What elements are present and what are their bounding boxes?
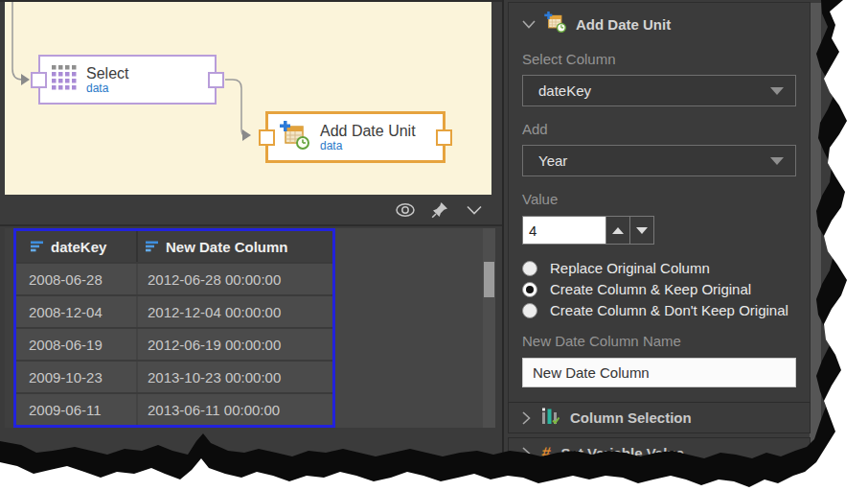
output-port (208, 72, 224, 88)
spin-down-button[interactable] (629, 217, 653, 244)
node-subtitle: data (320, 140, 416, 152)
column-mode-radio-group: Replace Original Column Create Column & … (522, 260, 796, 318)
value-spinner (522, 216, 654, 245)
cell-datekey: 2008-06-28 (16, 264, 138, 294)
cell-datekey: 2009-06-11 (16, 394, 138, 425)
dropdown-caret-icon (770, 87, 784, 95)
pin-icon[interactable] (429, 200, 450, 220)
panel-title: Add Date Unit (576, 16, 671, 33)
preview-toolbar (0, 195, 502, 226)
value-input[interactable] (523, 217, 605, 244)
selected-columns-grid: dateKey New Date Column 2008-06-28 2012-… (13, 228, 335, 428)
radio-selected-icon (522, 282, 537, 297)
chevron-down-icon[interactable] (464, 200, 485, 220)
flow-canvas[interactable]: Select data (5, 2, 491, 195)
add-date-unit-properties: Add Date Unit Select Column dateKey Add … (508, 2, 811, 404)
new-date-column-name-input[interactable] (522, 358, 796, 387)
table-scrollbar[interactable] (483, 228, 495, 428)
radio-icon (522, 303, 537, 318)
chevron-right-icon (522, 447, 531, 460)
cell-datekey: 2009-10-23 (16, 362, 138, 392)
value-label: Value (522, 191, 796, 207)
scrollbar-thumb[interactable] (484, 262, 494, 297)
input-port (259, 129, 275, 146)
app-window: Select data (0, 0, 868, 491)
set-variable-value-icon: # (540, 445, 551, 461)
panel-section-header[interactable]: Add Date Unit (522, 12, 796, 36)
table-row[interactable]: 2008-06-28 2012-06-28 00:00:00 (16, 264, 332, 294)
radio-replace-original[interactable]: Replace Original Column (522, 260, 796, 276)
up-arrow-icon (612, 227, 624, 234)
column-selection-icon (541, 408, 560, 429)
chevron-right-icon (522, 411, 531, 425)
add-unit-dropdown[interactable]: Year (522, 145, 796, 176)
radio-create-dont-keep[interactable]: Create Column & Don't Keep Original (522, 302, 796, 318)
table-header-row: dateKey New Date Column (16, 231, 332, 262)
sort-bars-icon (146, 241, 159, 252)
radio-icon (522, 261, 537, 276)
sort-bars-icon (31, 241, 44, 252)
cell-new-date: 2013-10-23 00:00:00 (138, 362, 332, 392)
screenshot: Select data (0, 0, 868, 491)
select-column-dropdown[interactable]: dateKey (522, 75, 796, 106)
properties-panel: Add Date Unit Select Column dateKey Add … (504, 0, 824, 455)
new-date-column-name-label: New Date Column Name (522, 333, 796, 349)
table-empty-area (331, 228, 483, 428)
add-date-unit-icon (544, 12, 567, 36)
node-select[interactable]: Select data (38, 55, 217, 105)
table-row[interactable]: 2008-12-04 2012-12-04 00:00:00 (16, 296, 332, 327)
add-date-unit-icon (280, 121, 310, 153)
node-title: Select (86, 65, 128, 82)
input-port (31, 72, 47, 88)
table-row[interactable]: 2009-10-23 2013-10-23 00:00:00 (16, 362, 332, 392)
column-header-datekey[interactable]: dateKey (16, 231, 138, 262)
row-gutter (5, 228, 13, 428)
cell-new-date: 2012-06-28 00:00:00 (138, 264, 332, 294)
table-row[interactable]: 2009-06-11 2013-06-11 00:00:00 (16, 394, 332, 425)
add-label: Add (522, 121, 796, 137)
chevron-down-icon (522, 20, 536, 29)
radio-create-keep[interactable]: Create Column & Keep Original (522, 281, 796, 297)
cell-datekey: 2008-06-19 (16, 329, 138, 360)
cell-new-date: 2012-06-19 00:00:00 (138, 329, 332, 360)
data-preview: dateKey New Date Column 2008-06-28 2012-… (0, 228, 502, 453)
eye-icon[interactable] (395, 200, 416, 220)
section-column-selection[interactable]: Column Selection (508, 402, 811, 433)
node-add-date-unit[interactable]: Add Date Unit data (265, 111, 445, 163)
node-title: Add Date Unit (320, 123, 416, 140)
panel-scrollbar[interactable] (810, 3, 821, 444)
column-header-new-date-column[interactable]: New Date Column (138, 231, 332, 262)
section-set-variable-value[interactable]: # Set Variable Value (508, 437, 811, 469)
select-grid-icon (52, 65, 77, 94)
node-subtitle: data (86, 82, 128, 95)
output-port (436, 129, 452, 146)
cell-new-date: 2013-06-11 00:00:00 (138, 394, 332, 425)
down-arrow-icon (636, 227, 648, 234)
cell-datekey: 2008-12-04 (16, 296, 138, 327)
table-row[interactable]: 2008-06-19 2012-06-19 00:00:00 (16, 329, 332, 360)
cell-new-date: 2012-12-04 00:00:00 (138, 296, 332, 327)
dropdown-caret-icon (770, 157, 784, 165)
spin-up-button[interactable] (605, 217, 629, 244)
select-column-label: Select Column (522, 51, 796, 67)
